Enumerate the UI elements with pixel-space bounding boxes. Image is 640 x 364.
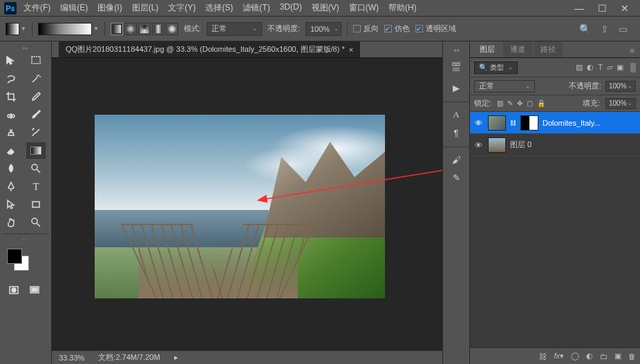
layer-name[interactable]: Dolomites_Italy...: [543, 119, 601, 127]
menu-filter[interactable]: 滤镜(T): [243, 2, 270, 14]
menu-help[interactable]: 帮助(H): [388, 2, 417, 14]
magic-wand-tool[interactable]: [26, 70, 46, 87]
lock-position-icon[interactable]: ✥: [517, 99, 523, 107]
menu-file[interactable]: 文件(F): [23, 2, 50, 14]
hand-tool[interactable]: [1, 214, 21, 231]
menu-image[interactable]: 图像(I): [97, 2, 122, 14]
opacity-input[interactable]: 100%⌄: [305, 22, 341, 36]
new-layer-icon[interactable]: ▣: [614, 352, 621, 361]
screen-mode-button[interactable]: [25, 282, 44, 298]
dodge-tool[interactable]: [26, 160, 46, 177]
menu-view[interactable]: 视图(V): [312, 2, 339, 14]
layer-fx-icon[interactable]: fx▾: [554, 352, 564, 361]
filter-type-icon[interactable]: T: [598, 63, 603, 72]
color-picker[interactable]: [4, 249, 47, 276]
status-menu-icon[interactable]: ▸: [174, 353, 178, 362]
add-mask-icon[interactable]: ◯: [571, 352, 579, 361]
adjustment-layer-icon[interactable]: ◐: [586, 352, 593, 361]
transparency-checkbox[interactable]: ✔透明区域: [415, 23, 456, 34]
mask-link-icon[interactable]: ⛓: [510, 119, 516, 126]
search-icon[interactable]: 🔍: [579, 23, 591, 35]
maximize-button[interactable]: ☐: [598, 3, 607, 14]
canvas[interactable]: [52, 58, 442, 350]
gradient-diamond-button[interactable]: [166, 23, 178, 35]
character-panel-icon[interactable]: A: [449, 108, 464, 122]
visibility-toggle[interactable]: 👁: [473, 119, 484, 127]
move-tool[interactable]: [1, 52, 21, 69]
delete-layer-icon[interactable]: 🗑: [628, 352, 636, 361]
actions-panel-icon[interactable]: ▶: [449, 81, 464, 95]
layer-filter-select[interactable]: 🔍 类型 ⌄: [474, 61, 518, 74]
tool-preset-picker[interactable]: [6, 23, 19, 35]
path-select-tool[interactable]: [1, 196, 21, 213]
history-brush-tool[interactable]: [26, 124, 46, 141]
filter-adjust-icon[interactable]: ◐: [587, 63, 594, 72]
menu-select[interactable]: 选择(S): [205, 2, 233, 14]
zoom-tool[interactable]: [26, 214, 46, 231]
lock-pixels-icon[interactable]: ✎: [507, 99, 513, 107]
eraser-tool[interactable]: [1, 142, 21, 159]
menu-layer[interactable]: 图层(L): [132, 2, 159, 14]
layers-tab[interactable]: 图层: [473, 41, 502, 57]
layer-blend-mode-select[interactable]: 正常⌄: [474, 80, 535, 93]
panel-menu-icon[interactable]: ≡: [625, 44, 640, 57]
brush-settings-panel-icon[interactable]: ✎: [449, 171, 464, 184]
filter-shape-icon[interactable]: ▱: [607, 63, 612, 72]
type-tool[interactable]: T: [26, 178, 46, 195]
lock-artboard-icon[interactable]: ▢: [527, 99, 533, 107]
lock-transparent-icon[interactable]: ▨: [497, 99, 503, 107]
foreground-color-swatch[interactable]: [7, 249, 22, 264]
brushes-panel-icon[interactable]: 🖌: [449, 153, 464, 166]
reverse-checkbox[interactable]: 反向: [353, 23, 379, 34]
filter-toggle[interactable]: [630, 63, 636, 73]
crop-tool[interactable]: [1, 88, 21, 105]
menu-type[interactable]: 文字(Y): [168, 2, 196, 14]
zoom-level[interactable]: 33.33%: [59, 354, 84, 362]
gradient-angle-button[interactable]: [138, 23, 151, 35]
gradient-tool[interactable]: [26, 142, 46, 159]
brush-tool[interactable]: [26, 106, 46, 123]
new-group-icon[interactable]: 🗀: [600, 352, 608, 361]
layer-name[interactable]: 图层 0: [510, 140, 531, 150]
paths-tab[interactable]: 路径: [534, 41, 563, 57]
layer-thumbnail[interactable]: [488, 137, 506, 153]
shape-tool[interactable]: [26, 196, 46, 213]
layer-row[interactable]: 👁 ⛓ Dolomites_Italy...: [470, 112, 640, 134]
minimize-button[interactable]: ―: [574, 3, 584, 14]
channels-tab[interactable]: 通道: [503, 41, 532, 57]
document-tab[interactable]: QQ图片20180311184437.jpg @ 33.3% (Dolomite…: [59, 41, 360, 57]
clone-stamp-tool[interactable]: [1, 124, 21, 141]
close-button[interactable]: ✕: [621, 3, 629, 14]
healing-brush-tool[interactable]: [1, 106, 21, 123]
gradient-reflected-button[interactable]: [152, 23, 164, 35]
pen-tool[interactable]: [1, 178, 21, 195]
filter-pixel-icon[interactable]: ▨: [576, 63, 583, 72]
menu-3d[interactable]: 3D(D): [280, 2, 302, 14]
share-icon[interactable]: ⇪: [601, 23, 609, 35]
mask-thumbnail[interactable]: [520, 115, 538, 131]
layer-row[interactable]: 👁 图层 0: [470, 134, 640, 156]
marquee-tool[interactable]: [26, 52, 46, 69]
gradient-linear-button[interactable]: [111, 23, 123, 35]
history-panel-icon[interactable]: [449, 60, 464, 74]
layer-opacity-input[interactable]: 100%⌄: [605, 81, 636, 92]
eyedropper-tool[interactable]: [26, 88, 46, 105]
menu-window[interactable]: 窗口(W): [349, 2, 379, 14]
gradient-picker[interactable]: [38, 23, 92, 35]
gradient-radial-button[interactable]: [124, 23, 137, 35]
close-tab-icon[interactable]: ×: [349, 46, 353, 54]
lasso-tool[interactable]: [1, 70, 21, 87]
blur-tool[interactable]: [1, 160, 21, 177]
workspace-icon[interactable]: ▭: [619, 23, 628, 35]
menu-edit[interactable]: 编辑(E): [60, 2, 88, 14]
link-layers-icon[interactable]: ⛓: [539, 352, 547, 361]
toolbar-grip[interactable]: ▸▸: [1, 44, 50, 51]
quick-mask-button[interactable]: [4, 282, 23, 298]
layer-thumbnail[interactable]: [488, 115, 506, 131]
filter-smart-icon[interactable]: ▣: [617, 63, 623, 72]
paragraph-panel-icon[interactable]: ¶: [449, 126, 464, 140]
lock-all-icon[interactable]: 🔒: [537, 99, 545, 107]
dither-checkbox[interactable]: ✔仿色: [384, 23, 410, 34]
blend-mode-select[interactable]: 正常⌄: [207, 22, 262, 36]
fill-input[interactable]: 100%⌄: [605, 98, 636, 109]
